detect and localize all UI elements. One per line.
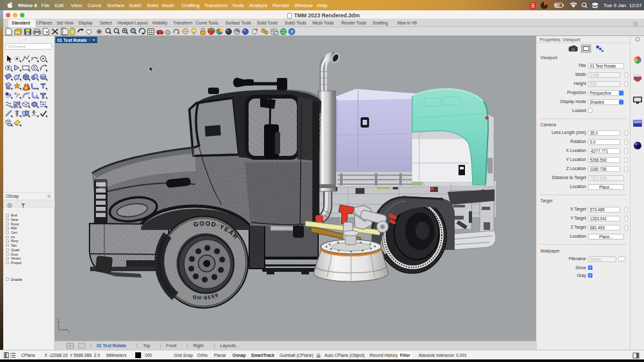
svg-text:z: z: [57, 317, 59, 321]
svg-text:x: x: [68, 329, 70, 332]
svg-text:43: 43: [556, 4, 560, 7]
svg-text:?: ?: [290, 29, 294, 35]
